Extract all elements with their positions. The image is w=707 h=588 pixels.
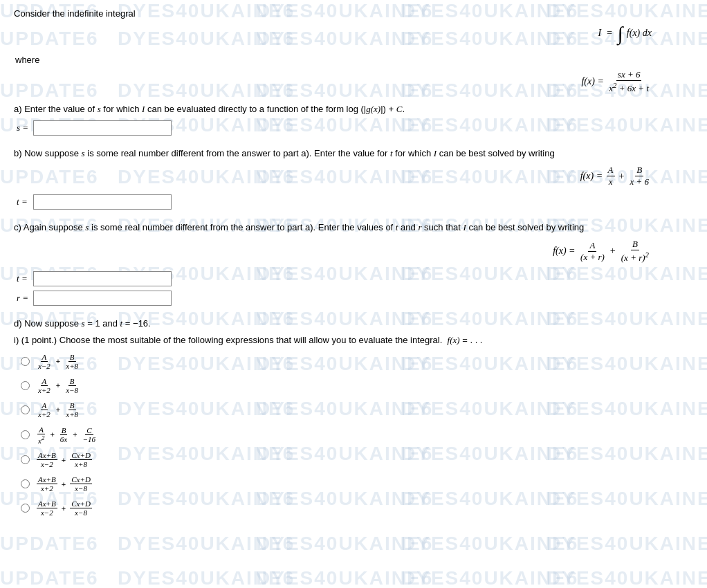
- integral-expression: f(x) dx: [627, 28, 652, 38]
- r-input[interactable]: [33, 291, 172, 306]
- opt7-plus: +: [62, 504, 66, 513]
- where-label: where: [15, 55, 693, 65]
- integral-sign: ∫: [618, 23, 623, 44]
- options-list: A x−2 + B x+8 A x+2 + B x−8: [21, 353, 693, 517]
- opt3-frac2: B x+8: [64, 401, 80, 419]
- r-label: r =: [17, 293, 33, 304]
- opt6-frac2: Cx+D x−8: [70, 475, 92, 493]
- opt5-frac1: Ax+B x−2: [37, 451, 57, 468]
- opt5-plus: +: [62, 456, 66, 464]
- opt3-plus: +: [56, 405, 60, 414]
- section-b-plus: +: [619, 171, 625, 182]
- section-c-A-frac: A (x + r): [579, 240, 606, 263]
- opt4-frac3: C −16: [82, 426, 97, 443]
- opt7-frac2: Cx+D x−8: [70, 499, 92, 517]
- section-c-fx-label: f(x) =: [553, 246, 578, 257]
- opt1-frac1: A x−2: [37, 353, 52, 370]
- section-b-label: b) Now suppose s is some real number dif…: [14, 148, 693, 159]
- section-b-B-frac: B x + 6: [628, 165, 650, 187]
- fx-label: f(x) =: [581, 76, 606, 87]
- option-5-radio[interactable]: [21, 455, 30, 464]
- option-5: Ax+B x−2 + Cx+D x+8: [21, 451, 693, 468]
- opt2-frac2: B x−8: [64, 377, 80, 394]
- option-7: Ax+B x−2 + Cx+D x−8: [21, 499, 693, 517]
- t-input-b[interactable]: [33, 194, 172, 210]
- option-4: A x2 + B 6x + C −16: [21, 425, 693, 445]
- t-label-c: t =: [17, 273, 33, 284]
- opt4-plus2: +: [73, 430, 77, 439]
- section-b-fx-label: f(x) =: [580, 171, 605, 182]
- fx-numerator: sx + 6: [616, 69, 642, 81]
- section-d: d) Now suppose s = 1 and t = −16. i) (1 …: [14, 318, 693, 517]
- r-input-row: r =: [17, 291, 693, 306]
- consider-text: Consider the indefinite integral: [14, 8, 693, 19]
- integral-formula: I = ∫ f(x) dx: [14, 23, 693, 45]
- opt6-frac1: Ax+B x+2: [37, 475, 57, 493]
- opt4-plus1: +: [50, 430, 54, 439]
- section-c-B-frac: B (x + r)2: [620, 239, 650, 264]
- s-input[interactable]: [33, 120, 172, 136]
- opt7-frac1: Ax+B x−2: [37, 499, 57, 517]
- opt5-frac2: Cx+D x+8: [70, 451, 92, 468]
- section-b-formula: f(x) = A x + B x + 6: [14, 165, 693, 187]
- option-2-radio[interactable]: [21, 381, 30, 390]
- t-input-row-c: t =: [17, 271, 693, 286]
- section-c-plus: +: [610, 246, 616, 257]
- opt2-frac1: A x+2: [37, 377, 52, 394]
- section-c-label: c) Again suppose s is some real number d…: [14, 222, 693, 233]
- option-1: A x−2 + B x+8: [21, 353, 693, 370]
- page-content: Consider the indefinite integral I = ∫ f…: [0, 0, 707, 543]
- opt1-frac2: B x+8: [64, 353, 80, 370]
- t-label-b: t =: [17, 196, 33, 208]
- opt4-frac1: A x2: [37, 425, 46, 445]
- option-3-radio[interactable]: [21, 405, 30, 414]
- section-c-formula: f(x) = A (x + r) + B (x + r)2: [14, 239, 693, 264]
- section-d-label: d) Now suppose s = 1 and t = −16.: [14, 318, 693, 329]
- option-4-radio[interactable]: [21, 430, 30, 439]
- opt3-frac1: A x+2: [37, 401, 52, 419]
- section-i-label: i) (1 point.) Choose the most suitable o…: [14, 335, 693, 346]
- opt2-plus: +: [56, 381, 60, 389]
- s-label: s =: [17, 122, 33, 134]
- t-input-row-b: t =: [17, 194, 693, 210]
- option-7-radio[interactable]: [21, 504, 30, 513]
- opt1-plus: +: [56, 357, 60, 365]
- section-a-label: a) Enter the value of s for which I can …: [14, 104, 693, 115]
- fx-formula: f(x) = sx + 6 x2 + 6x + t: [14, 69, 693, 94]
- fx-denominator: x2 + 6x + t: [607, 81, 650, 94]
- s-input-row: s =: [17, 120, 693, 136]
- section-b-A-frac: A x: [607, 165, 615, 187]
- option-6: Ax+B x+2 + Cx+D x−8: [21, 475, 693, 493]
- section-c: c) Again suppose s is some real number d…: [14, 222, 693, 305]
- option-6-radio[interactable]: [21, 479, 30, 488]
- section-b: b) Now suppose s is some real number dif…: [14, 148, 693, 210]
- opt4-frac2: B 6x: [59, 426, 68, 443]
- option-3: A x+2 + B x+8: [21, 401, 693, 419]
- t-input-c[interactable]: [33, 271, 172, 286]
- opt6-plus: +: [62, 480, 66, 488]
- option-1-radio[interactable]: [21, 357, 30, 366]
- section-a: a) Enter the value of s for which I can …: [14, 104, 693, 136]
- fx-fraction: sx + 6 x2 + 6x + t: [607, 69, 650, 94]
- integral-label: I = ∫ f(x) dx: [598, 23, 652, 45]
- option-2: A x+2 + B x−8: [21, 377, 693, 394]
